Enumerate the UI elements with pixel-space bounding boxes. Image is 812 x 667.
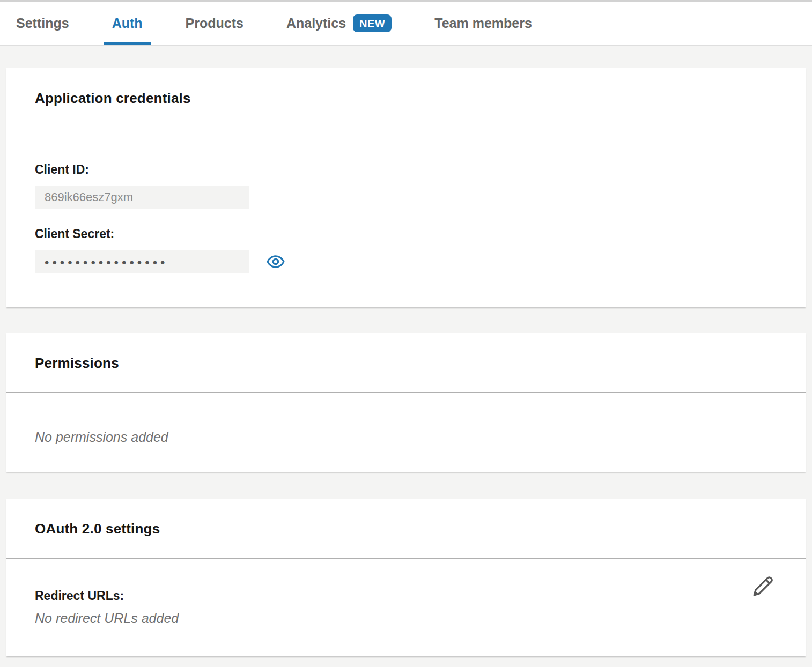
- tab-bar: Settings Auth Products Analytics NEW Tea…: [0, 0, 812, 46]
- new-badge: NEW: [353, 14, 392, 32]
- application-credentials-card: Application credentials Client ID: Clien…: [6, 68, 806, 307]
- tab-auth-label: Auth: [112, 16, 143, 31]
- page-content: Application credentials Client ID: Clien…: [0, 68, 812, 656]
- client-id-label: Client ID:: [35, 162, 777, 177]
- application-credentials-header: Application credentials: [6, 68, 806, 128]
- redirect-urls-label: Redirect URLs:: [35, 589, 777, 603]
- tab-products-label: Products: [186, 16, 243, 31]
- tab-auth[interactable]: Auth: [104, 2, 151, 45]
- tab-settings-label: Settings: [16, 16, 69, 31]
- reveal-secret-button[interactable]: [267, 253, 285, 271]
- oauth-settings-card: OAuth 2.0 settings Redirect URLs: No red…: [6, 499, 806, 656]
- permissions-title: Permissions: [35, 355, 119, 371]
- oauth-settings-body: Redirect URLs: No redirect URLs added: [6, 559, 806, 656]
- application-credentials-title: Application credentials: [35, 90, 191, 106]
- client-secret-row: [35, 250, 777, 273]
- tab-team-members-label: Team members: [434, 16, 532, 31]
- no-redirect-urls-text: No redirect URLs added: [35, 611, 777, 626]
- oauth-settings-title: OAuth 2.0 settings: [35, 521, 160, 537]
- tab-team-members[interactable]: Team members: [426, 2, 540, 45]
- permissions-body: No permissions added: [6, 393, 806, 472]
- permissions-header: Permissions: [6, 333, 806, 393]
- tab-analytics-label: Analytics: [286, 16, 346, 31]
- permissions-card: Permissions No permissions added: [6, 333, 806, 472]
- client-secret-label: Client Secret:: [35, 227, 777, 241]
- eye-icon: [267, 253, 285, 271]
- edit-redirect-urls-button[interactable]: [751, 574, 776, 598]
- tab-products[interactable]: Products: [178, 2, 252, 45]
- pencil-icon: [751, 574, 776, 598]
- client-id-field[interactable]: [35, 186, 249, 209]
- oauth-settings-header: OAuth 2.0 settings: [6, 499, 806, 559]
- tab-analytics[interactable]: Analytics NEW: [278, 2, 400, 45]
- client-secret-field[interactable]: [35, 250, 249, 273]
- application-credentials-body: Client ID: Client Secret:: [6, 128, 806, 307]
- no-permissions-text: No permissions added: [35, 429, 777, 445]
- tab-settings[interactable]: Settings: [8, 2, 77, 45]
